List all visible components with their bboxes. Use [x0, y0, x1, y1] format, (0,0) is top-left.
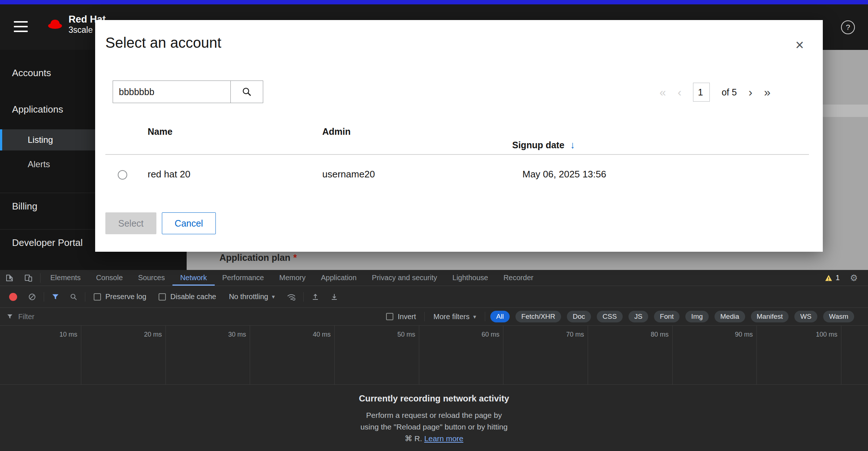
select-account-modal: Select an account × « ‹ of 5 › » Name Ad… — [95, 20, 823, 252]
toolbar-divider — [40, 273, 40, 283]
sidebar-item-alerts[interactable]: Alerts — [28, 159, 50, 169]
inspect-element-icon[interactable] — [0, 270, 19, 286]
devtools-settings-gear-icon[interactable]: ⚙ — [850, 273, 858, 283]
pagination-first-icon[interactable]: « — [659, 86, 666, 98]
chevron-down-icon: ▾ — [272, 293, 275, 300]
chip-all[interactable]: All — [490, 311, 510, 322]
devtools-tab-network[interactable]: Network — [172, 270, 214, 286]
chip-manifest[interactable]: Manifest — [751, 311, 789, 322]
devtools-tab-recorder[interactable]: Recorder — [496, 270, 541, 286]
devtools-tab-application[interactable]: Application — [313, 270, 364, 286]
filter-funnel-icon[interactable] — [51, 293, 59, 301]
console-warning-badge[interactable]: 1 — [825, 274, 840, 282]
chip-media[interactable]: Media — [715, 311, 745, 322]
chip-fetch-xhr[interactable]: Fetch/XHR — [515, 311, 561, 322]
export-har-icon[interactable] — [330, 293, 339, 301]
throttling-dropdown[interactable]: No throttling ▾ — [229, 293, 275, 301]
disable-cache-label: Disable cache — [170, 293, 216, 301]
pagination-last-icon[interactable]: » — [764, 86, 771, 98]
devtools-tab-memory[interactable]: Memory — [272, 270, 313, 286]
network-timeline-ruler[interactable]: 10 ms 20 ms 30 ms 40 ms 50 ms 60 ms 70 m… — [0, 326, 868, 385]
devtools-panel: Elements Console Sources Network Perform… — [0, 270, 868, 451]
help-icon[interactable]: ? — [841, 20, 855, 34]
gridline — [503, 326, 503, 384]
chip-doc[interactable]: Doc — [567, 311, 591, 322]
sidebar-item-billing[interactable]: Billing — [12, 201, 37, 212]
recording-message-line3: ⌘ R. Learn more — [0, 433, 868, 444]
screen: Red Hat 3scale ? Accounts Applications L… — [0, 0, 868, 451]
search-icon — [242, 87, 252, 97]
gridline — [250, 326, 250, 384]
toolbar-divider — [424, 312, 425, 321]
throttling-value: No throttling — [229, 293, 268, 301]
preserve-log-checkbox[interactable]: Preserve log — [94, 293, 146, 301]
account-radio[interactable] — [118, 170, 127, 180]
timeline-label: 80 ms — [632, 331, 669, 338]
chip-wasm[interactable]: Wasm — [823, 311, 854, 322]
close-icon[interactable]: × — [795, 38, 804, 52]
pagination-total-label: of 5 — [721, 87, 737, 98]
checkbox-icon — [94, 293, 101, 301]
disable-cache-checkbox[interactable]: Disable cache — [159, 293, 216, 301]
devtools-tab-lighthouse[interactable]: Lighthouse — [445, 270, 496, 286]
invert-label: Invert — [398, 313, 416, 321]
application-plan-label: Application plan* — [219, 252, 297, 263]
table-header-rule — [105, 154, 809, 155]
timeline-label: 50 ms — [379, 331, 415, 338]
device-toolbar-icon[interactable] — [19, 270, 38, 286]
invert-checkbox[interactable]: Invert — [386, 313, 416, 321]
devtools-tab-elements[interactable]: Elements — [43, 270, 88, 286]
hamburger-menu-icon[interactable] — [14, 21, 28, 32]
warning-count: 1 — [836, 274, 840, 282]
preserve-log-label: Preserve log — [105, 293, 146, 301]
search-button[interactable] — [230, 81, 263, 103]
cell-name: red hat 20 — [148, 169, 190, 180]
chevron-down-icon: ▾ — [473, 313, 476, 320]
search-network-icon[interactable] — [70, 293, 78, 301]
chip-img[interactable]: Img — [685, 311, 709, 322]
cancel-button[interactable]: Cancel — [162, 212, 216, 234]
devtools-tab-privacy-and-security[interactable]: Privacy and security — [364, 270, 445, 286]
network-toolbar: Preserve log Disable cache No throttling… — [0, 286, 868, 308]
checkbox-icon — [386, 313, 393, 320]
devtools-tab-performance[interactable]: Performance — [215, 270, 272, 286]
timeline-label: 20 ms — [125, 331, 162, 338]
page-number-input[interactable] — [693, 83, 710, 102]
devtools-tab-sources[interactable]: Sources — [131, 270, 172, 286]
gridline — [334, 326, 335, 384]
recording-message-title: Currently recording network activity — [0, 393, 868, 404]
pagination: « ‹ of 5 › » — [659, 81, 771, 103]
account-search-input[interactable] — [113, 81, 231, 103]
timeline-label: 100 ms — [801, 331, 837, 338]
column-header-signup-date[interactable]: Signup date ↓ — [512, 140, 575, 151]
filter-funnel-small-icon — [7, 313, 13, 320]
recording-message-line1: Perform a request or reload the page by — [0, 409, 868, 421]
chip-js[interactable]: JS — [628, 311, 648, 322]
devtools-tab-bar: Elements Console Sources Network Perform… — [0, 270, 868, 286]
column-header-name[interactable]: Name — [148, 126, 172, 137]
chip-ws[interactable]: WS — [794, 311, 817, 322]
network-conditions-icon[interactable] — [287, 293, 296, 301]
chip-css[interactable]: CSS — [597, 311, 623, 322]
pagination-prev-icon[interactable]: ‹ — [678, 86, 682, 98]
more-filters-dropdown[interactable]: More filters ▾ — [433, 313, 476, 321]
select-button[interactable]: Select — [105, 212, 156, 234]
more-filters-label: More filters — [433, 313, 470, 321]
devtools-tab-console[interactable]: Console — [88, 270, 130, 286]
record-network-log-icon[interactable] — [9, 293, 17, 301]
sidebar-item-developer-portal[interactable]: Developer Portal — [12, 237, 83, 248]
gridline — [672, 326, 673, 384]
timeline-label: 90 ms — [716, 331, 753, 338]
column-header-admin[interactable]: Admin — [322, 126, 351, 137]
sidebar-item-applications[interactable]: Applications — [12, 104, 63, 115]
gridline — [756, 326, 757, 384]
chip-font[interactable]: Font — [654, 311, 680, 322]
clear-network-log-icon[interactable] — [28, 293, 36, 301]
sidebar-item-label: Listing — [28, 135, 53, 145]
sidebar-item-accounts[interactable]: Accounts — [12, 67, 51, 79]
pagination-next-icon[interactable]: › — [748, 86, 752, 98]
filter-input-box[interactable] — [7, 313, 380, 321]
import-har-icon[interactable] — [311, 293, 320, 301]
filter-input[interactable] — [18, 313, 357, 321]
learn-more-link[interactable]: Learn more — [424, 434, 463, 443]
